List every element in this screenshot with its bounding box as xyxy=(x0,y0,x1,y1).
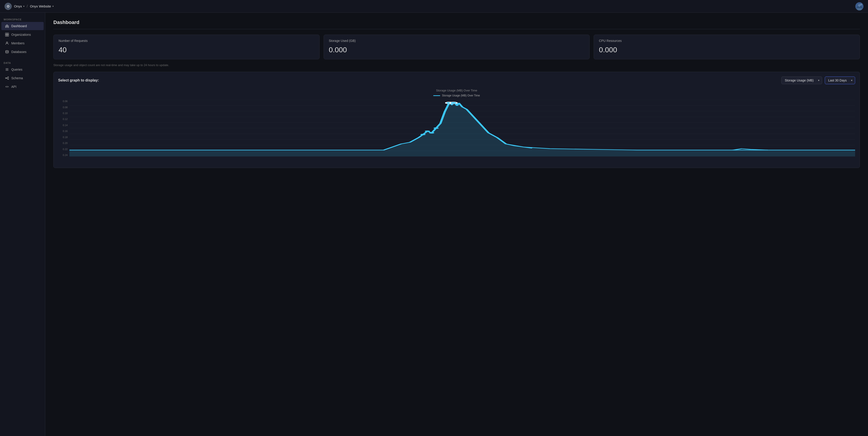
list-icon xyxy=(5,67,9,71)
sidebar-organizations-label: Organizations xyxy=(11,33,31,36)
metric-storage-label: Storage Used (GB) xyxy=(329,39,585,42)
data-section-label: DATA xyxy=(0,60,45,65)
svg-point-32 xyxy=(425,130,430,132)
metric-card-cpu: CPU Resources 0.000 xyxy=(594,35,860,59)
org-name-label: Onyx xyxy=(14,4,22,8)
chart-legend: Storage Usage (MB) Over Time xyxy=(58,94,855,97)
graph-selects: Storage Usage (MB) Last 30 Days xyxy=(781,77,855,84)
svg-point-33 xyxy=(421,134,426,135)
svg-rect-4 xyxy=(5,33,7,34)
svg-point-9 xyxy=(6,51,8,51)
svg-line-17 xyxy=(6,78,7,79)
sidebar-item-organizations[interactable]: Organizations xyxy=(1,31,44,39)
svg-point-34 xyxy=(429,132,434,134)
api-icon xyxy=(5,85,9,89)
sidebar-api-label: API xyxy=(11,85,17,88)
sidebar-queries-label: Queries xyxy=(11,68,22,71)
storage-note: Storage usage and object count are not r… xyxy=(53,63,860,67)
main-layout: WORKSPACE Dashboard Organizations xyxy=(0,13,868,436)
svg-rect-6 xyxy=(5,35,7,36)
sidebar: WORKSPACE Dashboard Organizations xyxy=(0,13,45,436)
legend-label: Storage Usage (MB) Over Time xyxy=(442,94,480,97)
sidebar-item-dashboard[interactable]: Dashboard xyxy=(1,22,44,30)
metric-requests-label: Number of Requests xyxy=(59,39,314,42)
graph-type-select[interactable]: Storage Usage (MB) xyxy=(781,77,822,84)
sidebar-dashboard-label: Dashboard xyxy=(11,24,27,28)
user-avatar[interactable] xyxy=(855,2,864,10)
svg-rect-7 xyxy=(7,35,9,36)
website-chevron-icon: ▾ xyxy=(53,5,54,7)
svg-point-31 xyxy=(434,127,439,129)
time-range-select-wrapper: Last 30 Days xyxy=(825,77,855,84)
svg-point-15 xyxy=(8,79,9,80)
sidebar-item-queries[interactable]: Queries xyxy=(1,65,44,74)
topbar: O Onyx ▾ / Onyx Website ▾ xyxy=(0,0,868,13)
svg-point-13 xyxy=(5,78,6,79)
sidebar-schema-label: Schema xyxy=(11,76,23,80)
sidebar-databases-label: Databases xyxy=(11,50,27,54)
svg-point-30 xyxy=(450,102,457,104)
topbar-website[interactable]: Onyx Website ▾ xyxy=(30,4,53,8)
schema-icon xyxy=(5,76,9,80)
sidebar-item-schema[interactable]: Schema xyxy=(1,74,44,82)
page-title: Dashboard xyxy=(53,20,860,29)
svg-point-14 xyxy=(8,77,9,78)
website-name-label: Onyx Website xyxy=(30,4,51,8)
topbar-left: O Onyx ▾ / Onyx Website ▾ xyxy=(4,3,54,10)
legend-line-icon xyxy=(433,95,440,96)
metric-card-storage: Storage Used (GB) 0.000 xyxy=(323,35,590,59)
metric-cpu-value: 0.000 xyxy=(599,46,855,54)
metric-requests-value: 40 xyxy=(59,46,314,54)
sidebar-item-members[interactable]: Members xyxy=(1,39,44,47)
time-range-select[interactable]: Last 30 Days xyxy=(825,77,855,84)
sidebar-item-databases[interactable]: Databases xyxy=(1,48,44,56)
chart-svg xyxy=(69,100,855,156)
database-icon xyxy=(5,50,9,54)
y-axis: 0.24 0.22 0.20 0.18 0.16 0.14 0.12 0.10 … xyxy=(58,100,69,156)
topbar-org[interactable]: Onyx ▾ xyxy=(14,4,24,8)
metric-storage-value: 0.000 xyxy=(329,46,585,54)
org-avatar: O xyxy=(4,3,12,10)
graph-select-label: Select graph to display: xyxy=(58,78,99,82)
svg-point-3 xyxy=(860,4,862,5)
content-area: Dashboard Number of Requests 40 Storage … xyxy=(45,13,868,436)
topbar-separator: / xyxy=(27,4,28,8)
sidebar-members-label: Members xyxy=(11,41,24,45)
org-chevron-icon: ▾ xyxy=(23,5,24,7)
workspace-section-label: WORKSPACE xyxy=(0,16,45,22)
metric-cards: Number of Requests 40 Storage Used (GB) … xyxy=(53,35,860,59)
graph-section: Select graph to display: Storage Usage (… xyxy=(53,72,860,168)
metric-card-requests: Number of Requests 40 xyxy=(53,35,319,59)
graph-type-select-wrapper: Storage Usage (MB) xyxy=(781,77,822,84)
svg-rect-5 xyxy=(7,33,9,34)
metric-cpu-label: CPU Resources xyxy=(599,39,855,42)
user-icon xyxy=(5,41,9,45)
svg-point-8 xyxy=(6,42,8,43)
svg-line-16 xyxy=(6,78,7,78)
chart-area: 0.24 0.22 0.20 0.18 0.16 0.14 0.12 0.10 … xyxy=(58,100,855,163)
sidebar-item-api[interactable]: API xyxy=(1,83,44,91)
home-icon xyxy=(5,24,9,28)
grid-icon xyxy=(5,33,9,37)
chart-title-label: Storage Usage (MB) Over Time xyxy=(58,89,855,92)
graph-controls: Select graph to display: Storage Usage (… xyxy=(58,77,855,84)
